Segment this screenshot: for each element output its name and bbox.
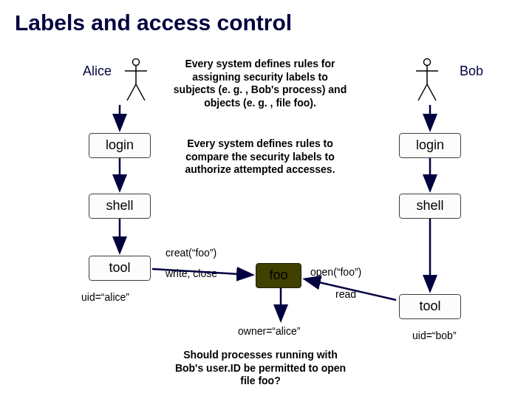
svg-point-0 bbox=[133, 59, 140, 66]
label-write-close: write, close bbox=[166, 267, 217, 279]
label-read: read bbox=[335, 288, 356, 300]
para-rules-assign: Every system defines rules for assigning… bbox=[171, 58, 349, 109]
box-bob-login: login bbox=[399, 133, 461, 158]
box-bob-tool: tool bbox=[399, 294, 461, 319]
svg-line-8 bbox=[418, 84, 427, 100]
box-foo: foo bbox=[256, 263, 301, 288]
label-uid-alice: uid=“alice” bbox=[81, 291, 129, 303]
svg-line-3 bbox=[127, 84, 136, 100]
box-bob-shell: shell bbox=[399, 194, 461, 219]
box-alice-login: login bbox=[89, 133, 151, 158]
box-alice-shell: shell bbox=[89, 194, 151, 219]
para-rules-compare: Every system defines rules to compare th… bbox=[171, 137, 349, 177]
svg-line-4 bbox=[136, 84, 145, 100]
page-title: Labels and access control bbox=[15, 10, 292, 35]
label-bob: Bob bbox=[460, 64, 483, 79]
label-open: open(“foo”) bbox=[310, 266, 361, 278]
svg-point-5 bbox=[424, 59, 431, 66]
box-alice-tool: tool bbox=[89, 256, 151, 281]
stickfigure-alice-icon bbox=[123, 58, 149, 103]
label-owner-alice: owner=“alice” bbox=[238, 325, 300, 337]
para-question: Should processes running with Bob's user… bbox=[170, 349, 351, 388]
label-uid-bob: uid=“bob” bbox=[412, 330, 457, 341]
stickfigure-bob-icon bbox=[414, 58, 440, 103]
label-alice: Alice bbox=[83, 64, 112, 79]
svg-line-9 bbox=[427, 84, 436, 100]
label-creat: creat(“foo”) bbox=[166, 247, 216, 259]
